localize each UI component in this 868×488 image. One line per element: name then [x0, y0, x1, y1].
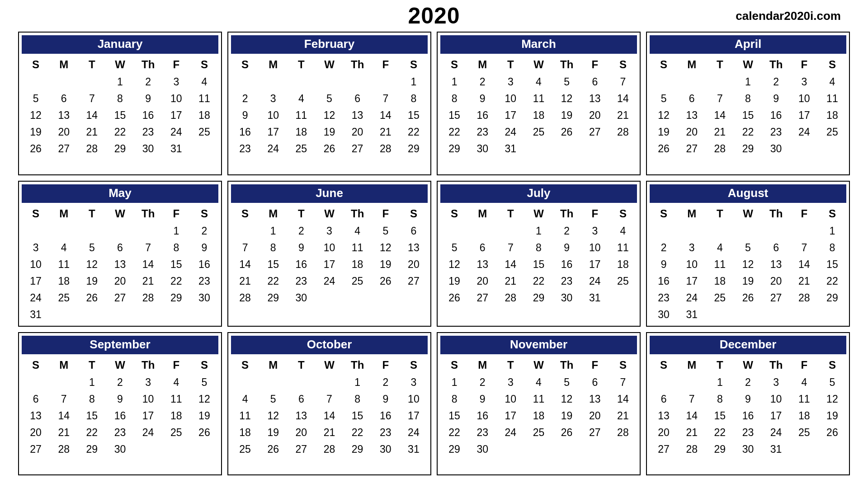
day-cell: 9 [734, 391, 762, 408]
day-cell [734, 306, 762, 323]
day-header-row: SMTWThFS [440, 205, 637, 223]
day-cell: 2 [762, 74, 790, 90]
day-cell: 9 [231, 107, 259, 124]
week-row: 1234567 [440, 374, 637, 391]
day-header: Th [762, 356, 790, 374]
day-header: F [162, 56, 190, 74]
week-row: 9101112131415 [650, 256, 846, 273]
day-cell: 31 [162, 141, 190, 157]
day-cell: 17 [400, 408, 428, 424]
day-cell [22, 374, 50, 391]
day-header: F [790, 56, 818, 74]
day-cell: 22 [106, 124, 134, 141]
day-header-row: SMTWThFS [22, 356, 218, 374]
day-header-row: SMTWThFS [650, 56, 846, 74]
day-cell [581, 441, 609, 458]
day-cell: 18 [706, 273, 734, 290]
day-header: S [650, 205, 678, 223]
day-cell [78, 223, 106, 239]
month-name: May [22, 184, 218, 203]
day-cell: 16 [762, 107, 790, 124]
day-cell: 28 [609, 124, 637, 141]
day-cell: 5 [190, 374, 218, 391]
day-cell: 10 [162, 90, 190, 107]
day-cell: 26 [650, 141, 678, 157]
month-name: November [440, 336, 637, 354]
months-grid: JanuarySMTWThFS1234567891011121314151617… [18, 32, 850, 475]
month-block: JuneSMTWThFS1234567891011121314151617181… [227, 181, 431, 327]
day-cell: 3 [22, 239, 50, 256]
day-cell [818, 306, 846, 323]
day-cell: 11 [818, 90, 846, 107]
day-cell: 3 [762, 374, 790, 391]
day-header: S [609, 56, 637, 74]
day-header: S [650, 56, 678, 74]
day-cell: 25 [706, 290, 734, 306]
day-cell: 5 [372, 223, 400, 239]
day-header-row: SMTWThFS [231, 205, 428, 223]
day-cell: 4 [609, 223, 637, 239]
day-cell [78, 306, 106, 323]
day-cell: 2 [553, 223, 581, 239]
day-cell: 8 [706, 391, 734, 408]
day-cell: 5 [259, 391, 287, 408]
day-header: W [524, 205, 552, 223]
day-cell: 4 [231, 391, 259, 408]
day-cell: 18 [287, 124, 315, 141]
day-cell [609, 441, 637, 458]
week-row: 6789101112 [650, 391, 846, 408]
day-cell: 6 [106, 239, 134, 256]
week-row: 2728293031 [650, 441, 846, 458]
day-cell [706, 223, 734, 239]
day-cell [372, 290, 400, 306]
day-header: S [22, 356, 50, 374]
day-cell: 19 [650, 124, 678, 141]
day-cell: 11 [609, 239, 637, 256]
day-cell: 17 [496, 107, 524, 124]
day-cell [106, 306, 134, 323]
day-header: S [190, 356, 218, 374]
day-cell: 8 [162, 239, 190, 256]
day-header: S [440, 356, 468, 374]
day-cell: 16 [734, 408, 762, 424]
day-cell: 21 [134, 273, 162, 290]
day-cell [162, 441, 190, 458]
day-cell: 26 [818, 424, 846, 441]
day-cell: 12 [78, 256, 106, 273]
day-cell: 24 [678, 290, 706, 306]
day-cell: 2 [650, 239, 678, 256]
day-cell: 31 [22, 306, 50, 323]
day-cell: 22 [440, 424, 468, 441]
day-header: W [106, 205, 134, 223]
day-cell [50, 223, 78, 239]
day-cell: 26 [553, 424, 581, 441]
day-cell: 15 [524, 256, 552, 273]
day-cell: 20 [581, 107, 609, 124]
day-cell: 20 [762, 273, 790, 290]
day-cell: 17 [790, 107, 818, 124]
week-row: 19202122232425 [22, 124, 218, 141]
day-header: F [790, 205, 818, 223]
day-cell: 29 [734, 141, 762, 157]
week-row: 16171819202122 [231, 124, 428, 141]
day-cell: 22 [706, 424, 734, 441]
day-cell: 19 [734, 273, 762, 290]
day-header: W [734, 356, 762, 374]
day-cell: 3 [134, 374, 162, 391]
week-row: 19202122232425 [650, 124, 846, 141]
week-row: 2345678 [650, 239, 846, 256]
day-cell: 12 [259, 408, 287, 424]
day-cell: 16 [468, 107, 496, 124]
day-cell: 10 [496, 90, 524, 107]
day-cell: 7 [231, 239, 259, 256]
day-cell: 27 [344, 141, 372, 157]
day-cell: 24 [259, 141, 287, 157]
week-row: 9101112131415 [231, 107, 428, 124]
day-cell: 31 [496, 141, 524, 157]
day-cell: 21 [50, 424, 78, 441]
day-cell: 14 [609, 391, 637, 408]
month-block: FebruarySMTWThFS123456789101112131415161… [227, 32, 431, 175]
week-row: 6789101112 [22, 391, 218, 408]
week-row: 3456789 [22, 239, 218, 256]
day-cell: 27 [468, 290, 496, 306]
